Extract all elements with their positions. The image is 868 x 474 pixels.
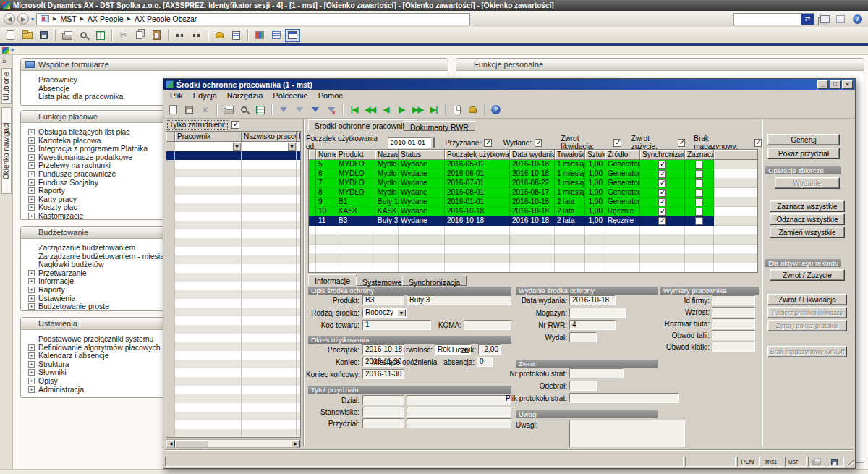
sync-checkbox[interactable] <box>658 217 666 225</box>
expand-plus-icon[interactable]: + <box>28 344 35 351</box>
filter-cell[interactable]: ▼ <box>242 142 297 151</box>
previous-record-icon[interactable]: ◀ <box>379 103 393 117</box>
koniec-koncowy-field[interactable]: 2016-11-30 <box>362 369 404 379</box>
expand-plus-icon[interactable]: + <box>28 129 35 135</box>
employee-row[interactable] <box>166 334 300 342</box>
pobierz-protokol-button[interactable]: Pobierz protokół likwidacji <box>767 307 847 318</box>
uwagi-textarea[interactable] <box>569 420 685 447</box>
employee-row[interactable] <box>166 238 300 247</box>
tab-informacje[interactable]: Informacje <box>308 274 357 286</box>
expand-plus-icon[interactable]: + <box>28 295 35 302</box>
grid-empty-row[interactable] <box>309 254 757 263</box>
alert-bell-icon[interactable] <box>466 103 480 117</box>
breadcrumb-root[interactable]: MST <box>60 14 76 23</box>
employee-row[interactable] <box>166 186 300 195</box>
menu-pomoc[interactable]: Pomoc <box>313 90 348 101</box>
advanced-filter-icon[interactable] <box>308 103 322 117</box>
last-record-icon[interactable]: ▶| <box>427 103 441 117</box>
export-excel-icon[interactable] <box>253 103 267 117</box>
expand-plus-icon[interactable]: + <box>28 187 35 194</box>
combo-arrow-icon[interactable]: ▼ <box>397 309 406 316</box>
search-go-button[interactable]: ⇄ <box>801 14 814 25</box>
menu-plik[interactable]: Plik <box>165 90 188 101</box>
expand-pane-button[interactable]: » <box>2 57 7 65</box>
col-data-wydania[interactable]: Data wydania <box>510 150 555 160</box>
expand-plus-icon[interactable]: + <box>28 352 35 359</box>
previous-set-icon[interactable]: ◀◀ <box>363 103 377 117</box>
employee-row[interactable] <box>166 412 300 420</box>
employee-row[interactable] <box>166 221 300 229</box>
obwod-talii-field[interactable] <box>712 330 755 340</box>
filter-cell[interactable] <box>297 142 300 151</box>
zaznacz-checkbox[interactable] <box>695 208 703 216</box>
document-handling-icon[interactable] <box>450 103 464 117</box>
employee-row[interactable] <box>166 420 300 429</box>
content-pane-toggle-icon[interactable] <box>285 29 300 42</box>
find-icon[interactable] <box>172 29 187 42</box>
expand-plus-icon[interactable]: + <box>28 378 35 384</box>
breadcrumb-level3[interactable]: AX People Obszar <box>135 14 197 23</box>
zaznacz-checkbox[interactable] <box>695 189 703 197</box>
employee-row[interactable] <box>166 247 300 255</box>
employee-row[interactable] <box>166 264 300 273</box>
calendar-icon[interactable] <box>433 138 435 147</box>
expand-plus-icon[interactable]: + <box>28 303 35 310</box>
new-icon[interactable] <box>3 29 18 42</box>
rozmiar-buta-field[interactable] <box>712 318 755 329</box>
col-zaznacz[interactable]: Zaznacz <box>685 150 714 160</box>
zwrot-zuzycie-checkbox[interactable] <box>678 139 685 147</box>
expand-plus-icon[interactable]: + <box>28 270 35 276</box>
expand-plus-icon[interactable]: + <box>28 361 35 368</box>
grid-empty-row[interactable] <box>309 245 757 254</box>
nr-rwr-field[interactable]: 4 <box>569 320 616 330</box>
plik-protokolu-field[interactable] <box>569 393 679 403</box>
odebral-field[interactable] <box>569 381 597 391</box>
print-icon[interactable] <box>221 103 235 117</box>
employee-row[interactable] <box>166 360 300 368</box>
alerts-bell-icon[interactable] <box>212 29 227 42</box>
employee-hscrollbar[interactable]: ◀ ▶ <box>166 439 301 448</box>
poczatek-field[interactable]: 2016-10-18 <box>362 344 404 355</box>
employee-row[interactable] <box>166 203 300 212</box>
history-dropdown-icon[interactable]: ▾ <box>31 16 34 22</box>
expand-plus-icon[interactable]: + <box>28 179 35 186</box>
odznacz-wszystkie-button[interactable]: Odznacz wszystkie <box>770 213 845 225</box>
expand-plus-icon[interactable]: + <box>28 369 35 376</box>
print-preview-icon[interactable] <box>237 103 251 117</box>
sync-checkbox[interactable] <box>658 161 666 169</box>
expand-plus-icon[interactable]: + <box>28 386 35 393</box>
employee-row[interactable] <box>166 342 300 351</box>
forward-button[interactable]: ▶ <box>17 13 29 25</box>
employee-row[interactable] <box>166 325 300 334</box>
search-input[interactable]: ⇄ <box>733 13 814 25</box>
expand-plus-icon[interactable]: + <box>28 196 35 203</box>
document-handling-icon[interactable] <box>229 29 244 42</box>
miesiace-field[interactable]: 0 <box>477 357 493 367</box>
maximize-button[interactable]: □ <box>830 80 841 89</box>
employee-row[interactable] <box>166 368 300 377</box>
expand-plus-icon[interactable]: + <box>28 154 35 161</box>
employee-row[interactable] <box>166 290 300 299</box>
employee-row[interactable] <box>166 151 300 160</box>
save-icon[interactable] <box>36 29 51 42</box>
open-icon[interactable] <box>20 29 35 42</box>
sync-checkbox[interactable] <box>658 170 666 178</box>
grid-empty-row[interactable] <box>309 235 757 245</box>
col-produkt[interactable]: Produkt <box>336 150 375 160</box>
zaznacz-checkbox[interactable] <box>695 179 703 187</box>
workspace-icon[interactable] <box>833 12 848 25</box>
status-disk-icon[interactable] <box>827 457 844 467</box>
produkt-code-field[interactable]: B3 <box>362 295 404 305</box>
nr-protokolu-field[interactable] <box>569 368 624 378</box>
tab-srodki-ochronne[interactable]: Środki ochronne pracownika <box>308 119 417 131</box>
filter-by-selection-icon[interactable] <box>292 103 306 117</box>
dialog-titlebar[interactable]: Środki ochronne pracownika (1 - mst) _ □… <box>163 79 855 90</box>
zaznacz-checkbox[interactable] <box>695 161 703 169</box>
przydzial-code-field[interactable] <box>362 418 404 428</box>
breadcrumb[interactable]: ▶ MST ▶ AX People ▶ AX People Obszar <box>36 13 470 25</box>
tab-systemowe[interactable]: Systemowe <box>356 276 408 286</box>
employee-row[interactable] <box>166 273 300 282</box>
menu-edycja[interactable]: Edycja <box>188 90 222 101</box>
kod-field[interactable]: 1 <box>362 320 431 330</box>
help-icon[interactable]: ? <box>489 103 503 117</box>
